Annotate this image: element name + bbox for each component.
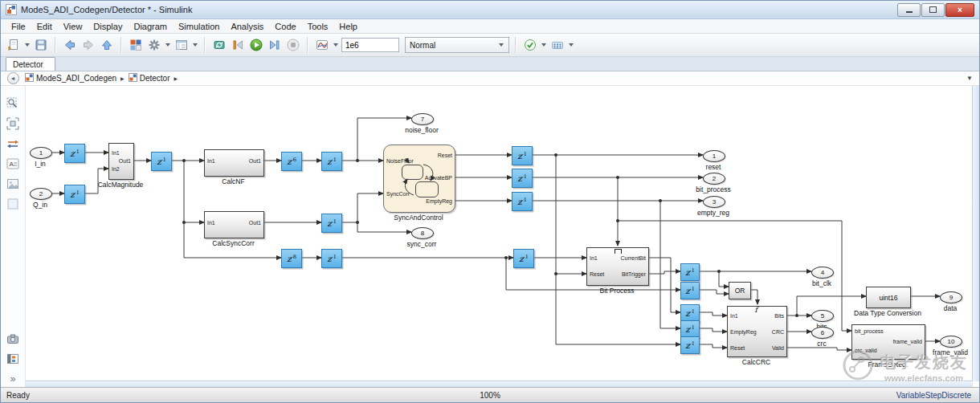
signal-wire[interactable] bbox=[698, 312, 727, 315]
block-calcsynccorr[interactable]: In1Out1 bbox=[204, 211, 264, 238]
maximize-button[interactable] bbox=[921, 3, 945, 17]
menu-analysis[interactable]: Analysis bbox=[225, 21, 269, 32]
stop-icon[interactable] bbox=[285, 37, 301, 53]
horizontal-scrollbar[interactable] bbox=[26, 381, 973, 387]
block-calcmagnitude[interactable]: In1In2Out1 bbox=[108, 143, 134, 180]
delay-block[interactable]: z-1 bbox=[512, 146, 533, 165]
delay-block[interactable]: z-1 bbox=[321, 214, 342, 233]
update-diagram-icon[interactable] bbox=[211, 37, 227, 53]
menu-view[interactable]: View bbox=[58, 21, 88, 32]
signal-wire[interactable] bbox=[719, 271, 729, 287]
title-bar[interactable]: ModeS_ADI_Codegen/Detector * - Simulink … bbox=[1, 1, 979, 19]
menu-file[interactable]: File bbox=[6, 21, 31, 32]
outport-bit_process[interactable]: 2 bbox=[703, 173, 725, 185]
block-or[interactable]: OR bbox=[729, 282, 751, 299]
save-icon[interactable] bbox=[33, 37, 49, 53]
signal-wire[interactable] bbox=[647, 271, 680, 274]
delay-block[interactable]: z-1 bbox=[512, 192, 533, 211]
back-icon[interactable] bbox=[62, 37, 78, 53]
outport-bits[interactable]: 5 bbox=[811, 310, 834, 322]
block-framedetect[interactable]: bit_processcrc_validframe_valid bbox=[851, 324, 925, 360]
stop-time-input[interactable] bbox=[341, 38, 399, 52]
dropdown-caret-icon[interactable] bbox=[165, 43, 170, 47]
outport-bit_clk[interactable]: 4 bbox=[811, 267, 834, 279]
delay-block[interactable]: z-1 bbox=[680, 263, 700, 281]
close-button[interactable]: × bbox=[945, 3, 974, 17]
block-calccrc[interactable]: In1EmptyRegResetBitsCRCValidf bbox=[727, 306, 787, 357]
outport-reset[interactable]: 1 bbox=[703, 150, 725, 162]
model-browser-icon[interactable] bbox=[5, 351, 21, 367]
signal-wire[interactable] bbox=[357, 222, 411, 232]
model-canvas[interactable]: 1I_in2Q_in7noise_floor8sync_corr1reset2b… bbox=[26, 86, 979, 387]
block-calcnf[interactable]: In1Out1 bbox=[204, 149, 264, 177]
resize-icon[interactable] bbox=[5, 136, 21, 152]
delay-block[interactable]: z-1 bbox=[321, 152, 342, 171]
image-icon[interactable] bbox=[5, 176, 21, 192]
solver-name[interactable]: VariableStepDiscrete bbox=[896, 391, 979, 400]
fit-view-icon[interactable] bbox=[5, 116, 21, 132]
dropdown-caret-icon[interactable] bbox=[25, 43, 30, 47]
screenshot-icon[interactable] bbox=[5, 331, 21, 347]
delay-block[interactable]: z-1 bbox=[680, 282, 700, 299]
delay-block[interactable]: z-1 bbox=[64, 144, 85, 163]
model-explorer-icon[interactable] bbox=[174, 37, 190, 53]
delay-block[interactable]: z-1 bbox=[680, 320, 700, 338]
breadcrumb-item[interactable]: ModeS_ADI_Codegen bbox=[36, 74, 116, 83]
shade-icon[interactable] bbox=[5, 196, 21, 212]
inport-Q_in[interactable]: 2 bbox=[30, 188, 52, 200]
minimize-button[interactable] bbox=[897, 3, 921, 17]
annotation-icon[interactable]: A bbox=[5, 156, 21, 172]
menu-tools[interactable]: Tools bbox=[302, 21, 334, 32]
library-browser-icon[interactable] bbox=[128, 37, 144, 53]
menu-edit[interactable]: Edit bbox=[31, 21, 58, 32]
hide-explorer-bar-button[interactable]: ◄ bbox=[7, 72, 19, 84]
menu-display[interactable]: Display bbox=[88, 21, 128, 32]
up-icon[interactable] bbox=[99, 37, 115, 53]
menu-simulation[interactable]: Simulation bbox=[173, 21, 225, 32]
signal-wire[interactable] bbox=[698, 344, 727, 348]
menu-code[interactable]: Code bbox=[269, 21, 301, 32]
menu-diagram[interactable]: Diagram bbox=[128, 21, 173, 32]
delay-block[interactable]: z-1 bbox=[512, 169, 533, 188]
delay-block[interactable]: z-1 bbox=[680, 304, 700, 322]
sim-mode-select[interactable]: Normal bbox=[405, 37, 509, 53]
new-model-icon[interactable] bbox=[6, 37, 22, 53]
outport-data[interactable]: 9 bbox=[940, 291, 962, 303]
breadcrumb-item[interactable]: Detector bbox=[140, 74, 170, 83]
model-advisor-check-icon[interactable] bbox=[522, 37, 538, 53]
dropdown-caret-icon[interactable] bbox=[333, 43, 338, 47]
vertical-scrollbar[interactable] bbox=[972, 86, 979, 381]
expand-icon[interactable]: » bbox=[5, 371, 21, 387]
zoom-selection-icon[interactable] bbox=[5, 96, 21, 112]
preferences-gear-icon[interactable] bbox=[146, 37, 162, 53]
delay-block[interactable]: z-1 bbox=[321, 249, 342, 268]
tab-detector[interactable]: Detector bbox=[6, 57, 55, 71]
signal-wire[interactable] bbox=[786, 348, 851, 350]
signal-wire[interactable] bbox=[647, 258, 680, 312]
step-back-icon[interactable] bbox=[230, 37, 246, 53]
outport-noise_floor[interactable]: 7 bbox=[411, 113, 434, 125]
data-inspector-icon[interactable] bbox=[314, 37, 330, 53]
block-data-type-conversion[interactable]: uint16 bbox=[866, 287, 911, 308]
dropdown-caret-icon[interactable] bbox=[193, 43, 198, 47]
build-icon[interactable] bbox=[549, 37, 566, 53]
subsystem-list-caret-icon[interactable]: ▼ bbox=[966, 75, 973, 82]
breadcrumb-caret-icon[interactable]: ▶ bbox=[174, 75, 178, 81]
forward-icon[interactable] bbox=[80, 37, 96, 53]
dropdown-caret-icon[interactable] bbox=[541, 43, 546, 47]
chart-syncandcontrol[interactable]: NoiseFloorSyncCorrResetActivateBPEmptyRe… bbox=[383, 145, 455, 213]
signal-wire[interactable] bbox=[698, 290, 729, 294]
signal-wire[interactable] bbox=[184, 161, 204, 222]
delay-block[interactable]: z-1 bbox=[151, 152, 172, 171]
breadcrumb-caret-icon[interactable]: ▶ bbox=[120, 75, 125, 81]
delay-block[interactable]: z-8 bbox=[281, 249, 302, 268]
run-icon[interactable] bbox=[248, 37, 264, 53]
diagram-layer[interactable]: 1I_in2Q_in7noise_floor8sync_corr1reset2b… bbox=[26, 86, 973, 381]
delay-block[interactable]: z-1 bbox=[680, 336, 700, 354]
delay-block[interactable]: z-1 bbox=[513, 249, 534, 268]
signal-wire[interactable] bbox=[698, 328, 727, 332]
outport-crc[interactable]: 6 bbox=[811, 327, 834, 339]
delay-block[interactable]: z-6 bbox=[281, 152, 302, 171]
block-bit-process[interactable]: In1ResetCurrentBitBitTrigger bbox=[586, 247, 649, 286]
step-forward-icon[interactable] bbox=[267, 37, 283, 53]
